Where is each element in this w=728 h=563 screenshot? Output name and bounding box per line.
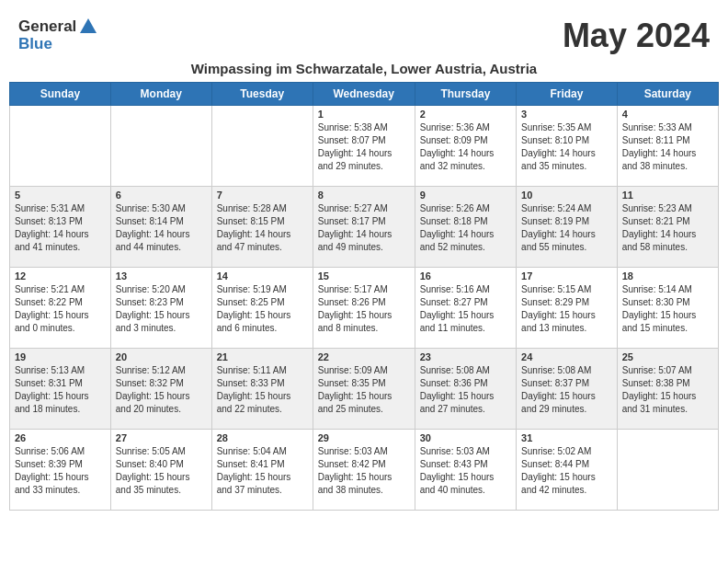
calendar-day-cell: 14Sunrise: 5:19 AM Sunset: 8:25 PM Dayli…	[211, 268, 313, 349]
day-number: 15	[318, 270, 410, 282]
day-number: 10	[521, 190, 612, 201]
day-info: Sunrise: 5:02 AM Sunset: 8:44 PM Dayligh…	[521, 445, 612, 497]
day-number: 30	[420, 432, 511, 443]
calendar-day-cell: 11Sunrise: 5:23 AM Sunset: 8:21 PM Dayli…	[617, 187, 718, 268]
calendar-day-cell: 27Sunrise: 5:05 AM Sunset: 8:40 PM Dayli…	[110, 430, 211, 511]
day-of-week-header: Monday	[110, 83, 211, 106]
calendar-header-row: SundayMondayTuesdayWednesdayThursdayFrid…	[10, 83, 719, 106]
day-number: 11	[622, 190, 713, 201]
calendar-week-row: 19Sunrise: 5:13 AM Sunset: 8:31 PM Dayli…	[10, 349, 719, 430]
day-info: Sunrise: 5:36 AM Sunset: 8:09 PM Dayligh…	[420, 121, 511, 173]
day-number: 19	[15, 351, 106, 362]
calendar-week-row: 12Sunrise: 5:21 AM Sunset: 8:22 PM Dayli…	[10, 268, 719, 349]
calendar-day-cell: 28Sunrise: 5:04 AM Sunset: 8:41 PM Dayli…	[211, 430, 313, 511]
day-number: 8	[318, 190, 410, 201]
day-of-week-header: Friday	[517, 83, 618, 106]
calendar-day-cell: 29Sunrise: 5:03 AM Sunset: 8:42 PM Dayli…	[313, 430, 415, 511]
day-info: Sunrise: 5:28 AM Sunset: 8:15 PM Dayligh…	[217, 202, 308, 254]
day-info: Sunrise: 5:33 AM Sunset: 8:11 PM Dayligh…	[622, 121, 713, 173]
logo: General Blue	[18, 17, 98, 53]
day-number: 29	[318, 432, 410, 443]
calendar-day-cell: 7Sunrise: 5:28 AM Sunset: 8:15 PM Daylig…	[211, 187, 313, 268]
day-number: 14	[217, 270, 308, 282]
day-number: 7	[217, 190, 308, 201]
day-of-week-header: Saturday	[617, 83, 718, 106]
day-of-week-header: Sunday	[10, 83, 111, 106]
logo-general-text: General	[18, 17, 76, 36]
calendar-day-cell: 10Sunrise: 5:24 AM Sunset: 8:19 PM Dayli…	[517, 187, 618, 268]
calendar-day-cell: 31Sunrise: 5:02 AM Sunset: 8:44 PM Dayli…	[517, 430, 618, 511]
day-info: Sunrise: 5:23 AM Sunset: 8:21 PM Dayligh…	[622, 202, 713, 254]
day-info: Sunrise: 5:13 AM Sunset: 8:31 PM Dayligh…	[15, 364, 106, 416]
day-info: Sunrise: 5:31 AM Sunset: 8:13 PM Dayligh…	[15, 202, 106, 254]
day-number: 6	[116, 190, 207, 201]
day-number: 20	[116, 351, 207, 362]
day-info: Sunrise: 5:11 AM Sunset: 8:33 PM Dayligh…	[217, 364, 308, 416]
day-info: Sunrise: 5:16 AM Sunset: 8:27 PM Dayligh…	[420, 283, 511, 335]
month-title: May 2024	[563, 17, 710, 55]
day-number: 9	[420, 190, 511, 201]
calendar-day-cell: 20Sunrise: 5:12 AM Sunset: 8:32 PM Dayli…	[110, 349, 211, 430]
logo-blue-text: Blue	[18, 35, 52, 53]
day-info: Sunrise: 5:26 AM Sunset: 8:18 PM Dayligh…	[420, 202, 511, 254]
day-number: 12	[15, 270, 106, 282]
day-info: Sunrise: 5:05 AM Sunset: 8:40 PM Dayligh…	[116, 445, 207, 497]
day-info: Sunrise: 5:14 AM Sunset: 8:30 PM Dayligh…	[622, 283, 713, 335]
day-number: 1	[318, 109, 410, 120]
calendar-day-cell: 17Sunrise: 5:15 AM Sunset: 8:29 PM Dayli…	[517, 268, 618, 349]
calendar-day-cell	[10, 106, 111, 187]
calendar-day-cell: 8Sunrise: 5:27 AM Sunset: 8:17 PM Daylig…	[313, 187, 415, 268]
day-number: 31	[521, 432, 612, 443]
day-info: Sunrise: 5:38 AM Sunset: 8:07 PM Dayligh…	[318, 121, 410, 173]
day-info: Sunrise: 5:27 AM Sunset: 8:17 PM Dayligh…	[318, 202, 410, 254]
day-number: 28	[217, 432, 308, 443]
day-of-week-header: Thursday	[415, 83, 516, 106]
day-info: Sunrise: 5:15 AM Sunset: 8:29 PM Dayligh…	[521, 283, 612, 335]
day-number: 23	[420, 351, 511, 362]
calendar-day-cell	[110, 106, 211, 187]
calendar-table: SundayMondayTuesdayWednesdayThursdayFrid…	[9, 82, 719, 511]
day-info: Sunrise: 5:30 AM Sunset: 8:14 PM Dayligh…	[116, 202, 207, 254]
calendar-week-row: 1Sunrise: 5:38 AM Sunset: 8:07 PM Daylig…	[10, 106, 719, 187]
day-info: Sunrise: 5:08 AM Sunset: 8:36 PM Dayligh…	[420, 364, 511, 416]
calendar-day-cell: 12Sunrise: 5:21 AM Sunset: 8:22 PM Dayli…	[10, 268, 111, 349]
calendar-day-cell: 5Sunrise: 5:31 AM Sunset: 8:13 PM Daylig…	[10, 187, 111, 268]
day-info: Sunrise: 5:03 AM Sunset: 8:42 PM Dayligh…	[318, 445, 410, 497]
day-info: Sunrise: 5:07 AM Sunset: 8:38 PM Dayligh…	[622, 364, 713, 416]
day-info: Sunrise: 5:17 AM Sunset: 8:26 PM Dayligh…	[318, 283, 410, 335]
day-info: Sunrise: 5:06 AM Sunset: 8:39 PM Dayligh…	[15, 445, 106, 497]
calendar-day-cell: 15Sunrise: 5:17 AM Sunset: 8:26 PM Dayli…	[313, 268, 415, 349]
calendar-day-cell: 9Sunrise: 5:26 AM Sunset: 8:18 PM Daylig…	[415, 187, 516, 268]
calendar-day-cell: 3Sunrise: 5:35 AM Sunset: 8:10 PM Daylig…	[517, 106, 618, 187]
day-info: Sunrise: 5:08 AM Sunset: 8:37 PM Dayligh…	[521, 364, 612, 416]
day-number: 4	[622, 109, 713, 120]
calendar-week-row: 5Sunrise: 5:31 AM Sunset: 8:13 PM Daylig…	[10, 187, 719, 268]
day-number: 18	[622, 270, 713, 282]
calendar-day-cell: 18Sunrise: 5:14 AM Sunset: 8:30 PM Dayli…	[617, 268, 718, 349]
day-of-week-header: Tuesday	[211, 83, 313, 106]
day-number: 2	[420, 109, 511, 120]
calendar-day-cell: 22Sunrise: 5:09 AM Sunset: 8:35 PM Dayli…	[313, 349, 415, 430]
page-header: General Blue May 2024	[9, 9, 719, 59]
day-info: Sunrise: 5:09 AM Sunset: 8:35 PM Dayligh…	[318, 364, 410, 416]
calendar-week-row: 26Sunrise: 5:06 AM Sunset: 8:39 PM Dayli…	[10, 430, 719, 511]
calendar-day-cell: 1Sunrise: 5:38 AM Sunset: 8:07 PM Daylig…	[313, 106, 415, 187]
day-info: Sunrise: 5:04 AM Sunset: 8:41 PM Dayligh…	[217, 445, 308, 497]
day-number: 27	[116, 432, 207, 443]
subtitle: Wimpassing im Schwarzatale, Lower Austri…	[9, 59, 719, 82]
day-info: Sunrise: 5:03 AM Sunset: 8:43 PM Dayligh…	[420, 445, 511, 497]
calendar-day-cell: 16Sunrise: 5:16 AM Sunset: 8:27 PM Dayli…	[415, 268, 516, 349]
day-info: Sunrise: 5:21 AM Sunset: 8:22 PM Dayligh…	[15, 283, 106, 335]
day-number: 22	[318, 351, 410, 362]
day-info: Sunrise: 5:12 AM Sunset: 8:32 PM Dayligh…	[116, 364, 207, 416]
day-info: Sunrise: 5:24 AM Sunset: 8:19 PM Dayligh…	[521, 202, 612, 254]
calendar-day-cell: 6Sunrise: 5:30 AM Sunset: 8:14 PM Daylig…	[110, 187, 211, 268]
day-info: Sunrise: 5:35 AM Sunset: 8:10 PM Dayligh…	[521, 121, 612, 173]
day-number: 24	[521, 351, 612, 362]
calendar-day-cell: 23Sunrise: 5:08 AM Sunset: 8:36 PM Dayli…	[415, 349, 516, 430]
day-of-week-header: Wednesday	[313, 83, 415, 106]
day-number: 5	[15, 190, 106, 201]
day-number: 17	[521, 270, 612, 282]
day-number: 16	[420, 270, 511, 282]
day-info: Sunrise: 5:19 AM Sunset: 8:25 PM Dayligh…	[217, 283, 308, 335]
